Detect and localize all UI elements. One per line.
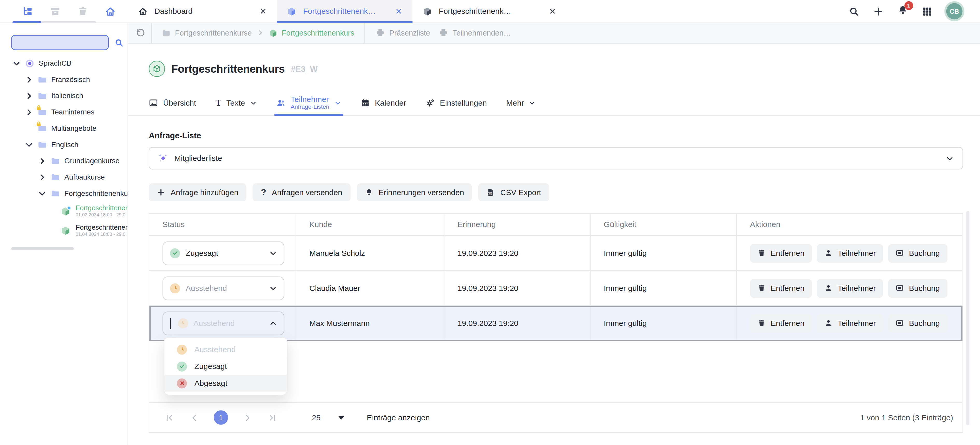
status-select-open[interactable]: Ausstehend <box>162 311 285 335</box>
vertical-scrollbar[interactable] <box>966 211 969 425</box>
tree-item-aufbaukurse[interactable]: Aufbaukurse <box>0 169 127 185</box>
print-teilnehmendenliste[interactable]: Teilnehmendenliste <box>439 28 512 37</box>
breadcrumb-folder[interactable]: Fortgeschrittenenkurse <box>162 29 252 37</box>
option-label: Zugesagt <box>194 362 227 371</box>
chevron-down-icon[interactable] <box>13 59 21 67</box>
tree-view-icon[interactable] <box>22 6 33 17</box>
tab-mehr[interactable]: Mehr <box>506 91 536 115</box>
tree-item-sprachcb[interactable]: SprachCB <box>0 55 127 71</box>
horizontal-scrollbar[interactable] <box>11 247 74 250</box>
search-input[interactable] <box>11 35 109 50</box>
button-label: Erinnerungen versenden <box>379 188 464 197</box>
tab-uebersicht[interactable]: Übersicht <box>149 91 196 115</box>
status-select[interactable]: Ausstehend <box>162 276 285 300</box>
search-icon[interactable] <box>115 38 124 47</box>
folder-icon <box>38 75 47 84</box>
entfernen-button[interactable]: Entfernen <box>750 244 812 262</box>
teilnehmer-button[interactable]: Teilnehmer <box>817 244 883 262</box>
next-page-icon[interactable] <box>243 413 252 422</box>
tree-item-franzoesisch[interactable]: Französisch <box>0 71 127 88</box>
csv-file-icon: CSV <box>487 188 495 196</box>
tree-item-fortgeschrittenenkurse[interactable]: Fortgeschrittenenkurse <box>0 185 127 202</box>
send-anfragen-button[interactable]: ? Anfragen versenden <box>253 183 350 201</box>
chevron-right-icon[interactable] <box>25 75 33 83</box>
folder-tree: SprachCB Französisch Italienisch <box>0 55 127 240</box>
status-select[interactable]: Zugesagt <box>162 241 285 265</box>
folder-locked-icon <box>38 107 47 116</box>
button-label: Teilnehmer <box>838 319 876 327</box>
menu-option-zugesagt[interactable]: Zugesagt <box>164 358 287 375</box>
tab-einstellungen[interactable]: Einstellungen <box>425 91 487 115</box>
chevron-down-icon[interactable] <box>38 189 46 197</box>
tree-item-englisch[interactable]: Englisch <box>0 137 127 153</box>
csv-export-button[interactable]: CSV CSV Export <box>478 183 549 201</box>
first-page-icon[interactable] <box>165 413 174 422</box>
avatar[interactable]: CB <box>946 3 963 19</box>
tree-item-course-selected[interactable]: Fortgeschrittenenkurs 01.02.2024 18:00 -… <box>0 201 127 221</box>
anfrage-liste-select[interactable]: Mitgliederliste <box>149 147 963 170</box>
archive-icon[interactable] <box>50 6 60 17</box>
person-icon <box>824 319 832 327</box>
package-icon <box>423 6 432 16</box>
print-praesenzliste[interactable]: Präsenzliste <box>375 28 430 37</box>
button-label: Anfrage hinzufügen <box>170 188 238 197</box>
notifications-button[interactable]: 1 <box>897 5 908 18</box>
tab-label: Fortgeschrittenenkurs <box>439 7 512 16</box>
buchung-button[interactable]: Buchung <box>888 314 947 332</box>
tab-fortgeschrittenenkurs[interactable]: Fortgeschrittenenkurs <box>412 0 566 22</box>
undo-icon[interactable] <box>135 28 145 37</box>
last-page-icon[interactable] <box>268 413 277 422</box>
teilnehmer-button[interactable]: Teilnehmer <box>817 314 883 332</box>
current-page-button[interactable]: 1 <box>214 410 228 424</box>
page-size-select[interactable]: 25 <box>312 413 344 422</box>
teilnehmer-button[interactable]: Teilnehmer <box>817 279 883 297</box>
pagination: 1 25 Einträge anzeigen 1 von 1 Seiten (3… <box>150 402 963 432</box>
tab-teilnehmer[interactable]: Teilnehmer Anfrage-Listen <box>276 91 341 115</box>
status-value: Ausstehend <box>186 284 227 292</box>
menu-option-abgesagt[interactable]: Abgesagt <box>164 375 287 392</box>
menu-option-ausstehend[interactable]: Ausstehend <box>164 341 287 358</box>
button-label: Anfragen versenden <box>272 188 342 197</box>
entfernen-button[interactable]: Entfernen <box>750 314 812 332</box>
search-icon[interactable] <box>849 6 859 17</box>
tab-label-stack: Teilnehmer Anfrage-Listen <box>291 96 329 110</box>
tree-item-multiangebote[interactable]: Multiangebote <box>0 120 127 137</box>
divider <box>364 22 365 43</box>
chevron-right-icon[interactable] <box>25 92 33 100</box>
previous-page-icon[interactable] <box>190 413 199 422</box>
tab-fortgeschrittenenkurs-active[interactable]: Fortgeschrittenenkurs <box>277 0 412 22</box>
kunde-cell: Max Mustermann <box>296 306 444 340</box>
chevron-right-icon[interactable] <box>25 108 33 116</box>
breadcrumb-course[interactable]: Fortgeschrittenenkurs <box>269 29 354 37</box>
tree-item-course[interactable]: Fortgeschrittenenkurs 01.04.2024 18:00 -… <box>0 221 127 240</box>
breadcrumb-course-label: Fortgeschrittenenkurs <box>282 29 355 37</box>
add-icon[interactable] <box>873 6 884 17</box>
sidebar-active-tab-indicator <box>13 21 41 23</box>
chevron-right-icon[interactable] <box>38 157 46 165</box>
booking-card-icon <box>896 249 904 257</box>
buchung-button[interactable]: Buchung <box>888 279 947 297</box>
option-label: Ausstehend <box>194 345 235 354</box>
chevron-down-icon[interactable] <box>25 140 33 148</box>
chevron-right-icon[interactable] <box>38 173 46 181</box>
tree-item-teaminternes[interactable]: Teaminternes <box>0 104 127 120</box>
entfernen-button[interactable]: Entfernen <box>750 279 812 297</box>
tree-item-grundlagenkurse[interactable]: Grundlagenkurse <box>0 153 127 169</box>
close-icon[interactable] <box>549 8 556 15</box>
folder-icon <box>51 189 60 198</box>
tab-texte[interactable]: T Texte <box>215 91 257 115</box>
trash-icon[interactable] <box>78 6 88 17</box>
close-icon[interactable] <box>259 8 267 15</box>
tab-kalender[interactable]: Kalender <box>361 91 406 115</box>
booking-card-icon <box>896 319 904 327</box>
tab-dashboard[interactable]: Dashboard <box>128 0 277 22</box>
apps-grid-icon[interactable] <box>922 6 932 17</box>
close-icon[interactable] <box>395 8 402 15</box>
trash-icon <box>757 249 765 257</box>
tree-item-italienisch[interactable]: Italienisch <box>0 88 127 104</box>
home-icon[interactable] <box>105 6 116 17</box>
send-erinnerungen-button[interactable]: Erinnerungen versenden <box>356 183 472 201</box>
column-header-status: Status <box>150 214 296 235</box>
buchung-button[interactable]: Buchung <box>888 244 947 262</box>
add-anfrage-button[interactable]: Anfrage hinzufügen <box>149 183 247 201</box>
